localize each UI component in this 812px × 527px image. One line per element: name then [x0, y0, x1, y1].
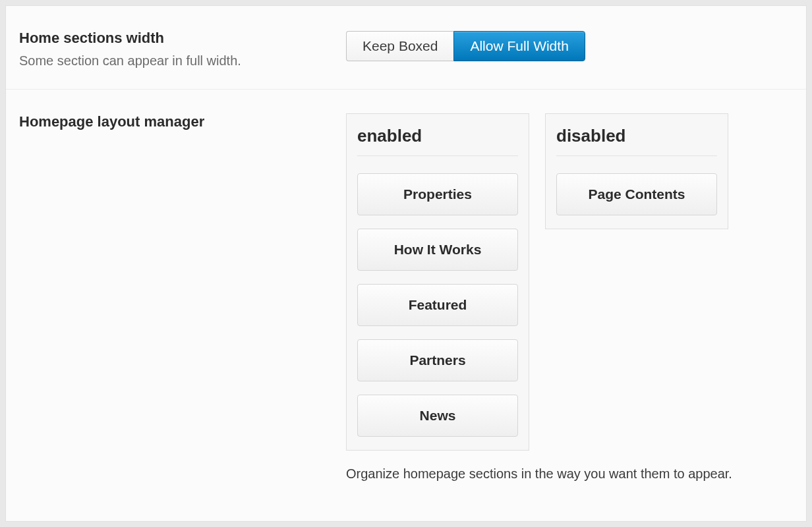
disabled-column-title: disabled [556, 126, 717, 156]
disabled-column[interactable]: disabled Page Contents [545, 113, 728, 229]
layout-item-page-contents[interactable]: Page Contents [556, 173, 717, 215]
field-label-area: Homepage layout manager [19, 113, 346, 484]
field-control-area: enabled Properties How It Works Featured… [346, 113, 793, 484]
layout-item-how-it-works[interactable]: How It Works [357, 229, 518, 271]
keep-boxed-button[interactable]: Keep Boxed [346, 31, 453, 61]
home-sections-width-row: Home sections width Some section can app… [6, 6, 806, 90]
settings-panel: Home sections width Some section can app… [5, 5, 807, 522]
enabled-column-title: enabled [357, 126, 518, 156]
width-toggle-group: Keep Boxed Allow Full Width [346, 31, 585, 61]
field-label-area: Home sections width Some section can app… [19, 30, 346, 70]
field-title-width: Home sections width [19, 30, 346, 47]
enabled-column[interactable]: enabled Properties How It Works Featured… [346, 113, 529, 451]
layout-item-featured[interactable]: Featured [357, 284, 518, 326]
layout-columns: enabled Properties How It Works Featured… [346, 113, 793, 451]
layout-item-properties[interactable]: Properties [357, 173, 518, 215]
layout-item-news[interactable]: News [357, 395, 518, 437]
layout-help-text: Organize homepage sections in the way yo… [346, 464, 793, 484]
homepage-layout-manager-row: Homepage layout manager enabled Properti… [6, 90, 806, 502]
layout-item-partners[interactable]: Partners [357, 339, 518, 381]
allow-full-width-button[interactable]: Allow Full Width [453, 31, 585, 61]
field-desc-width: Some section can appear in full width. [19, 51, 346, 70]
field-title-layout: Homepage layout manager [19, 113, 346, 130]
field-control-area: Keep Boxed Allow Full Width [346, 30, 793, 70]
